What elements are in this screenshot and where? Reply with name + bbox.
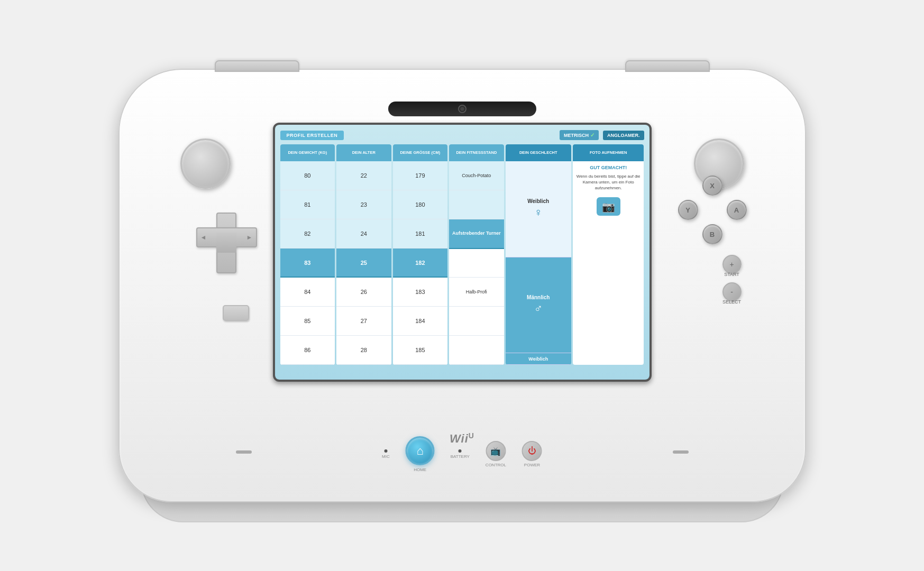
height-column: DEINE GRÖSSE (CM) 179 180 181 182 183 18… — [393, 144, 448, 365]
home-label: HOME — [414, 467, 426, 472]
mic-area: MIC — [382, 449, 390, 459]
battery-dot — [459, 449, 462, 453]
weight-cell-84[interactable]: 84 — [280, 278, 335, 307]
left-analog-stick[interactable] — [180, 139, 231, 189]
start-label: START — [724, 272, 739, 277]
age-cell-27[interactable]: 27 — [336, 307, 391, 336]
b-button[interactable]: B — [702, 224, 722, 244]
height-cell-184[interactable]: 184 — [393, 307, 448, 336]
weight-cell-80[interactable]: 80 — [280, 161, 335, 190]
bottom-bar: MIC ⌂ HOME BATTERY 📺 CONTROL ⏻ POWER — [382, 436, 542, 472]
home-button[interactable]: ⌂ — [406, 436, 435, 465]
select-label: SELECT — [722, 299, 741, 305]
checkmark-icon: ✓ — [590, 132, 594, 138]
photo-header: FOTO AUFNEHMEN — [573, 144, 644, 161]
screen-content: PROFIL ERSTELLEN METRISCH ✓ ANGLOAMER. D… — [275, 125, 649, 380]
speaker-right — [673, 450, 689, 454]
photo-column: FOTO AUFNEHMEN GUT GEMACHT! Wenn du bere… — [573, 144, 644, 365]
gender-female-symbol: ♀ — [534, 206, 543, 219]
tab-angloamer[interactable]: ANGLOAMER. — [603, 131, 644, 140]
fitness-cell-empty2[interactable] — [449, 249, 504, 278]
weight-cell-83[interactable]: 83 — [280, 248, 335, 278]
gender-column: DEIN GESCHLECHT Weiblich ♀ Männlich ♂ We… — [506, 144, 571, 365]
gender-header: DEIN GESCHLECHT — [506, 144, 571, 161]
fitness-header: DEIN FITNESSSTAND — [449, 144, 504, 161]
weight-cell-85[interactable]: 85 — [280, 307, 335, 336]
height-cell-179[interactable]: 179 — [393, 161, 448, 190]
minus-button[interactable] — [223, 305, 249, 321]
age-column: DEIN ALTER 22 23 24 25 26 27 28 — [336, 144, 391, 365]
gamepad-controller: PROFIL ERSTELLEN METRISCH ✓ ANGLOAMER. D… — [118, 69, 806, 502]
fitness-cell-empty3[interactable] — [449, 307, 504, 336]
gender-maennlich[interactable]: Männlich ♂ — [506, 257, 571, 354]
fitness-body: Couch-Potato Aufstrebender Turner Halb-P… — [449, 161, 504, 365]
photo-description: Wenn du bereits bist, tippe auf die Kame… — [576, 173, 641, 191]
power-button[interactable]: ⏻ — [522, 441, 542, 461]
x-button[interactable]: X — [702, 176, 722, 196]
weight-cell-86[interactable]: 86 — [280, 336, 335, 365]
power-label: POWER — [524, 463, 540, 467]
camera-icon[interactable]: 📷 — [597, 197, 620, 216]
battery-label: BATTERY — [451, 454, 470, 459]
fitness-cell-profi[interactable]: Halb-Profi — [449, 278, 504, 307]
y-button[interactable]: Y — [678, 200, 698, 220]
gender-male-symbol: ♂ — [534, 302, 543, 316]
start-button[interactable]: + — [722, 255, 742, 274]
select-button[interactable]: - — [722, 282, 742, 301]
tab-profil-erstellen[interactable]: PROFIL ERSTELLEN — [280, 131, 344, 140]
height-cell-185[interactable]: 185 — [393, 336, 448, 365]
gender-section: Weiblich ♀ Männlich ♂ Weiblich — [506, 161, 571, 365]
height-cell-182[interactable]: 182 — [393, 248, 448, 278]
battery-area: BATTERY — [451, 449, 470, 459]
gender-weiblich-label: Weiblich — [527, 198, 549, 204]
age-cell-24[interactable]: 24 — [336, 219, 391, 248]
home-button-area: ⌂ HOME — [406, 436, 435, 472]
fitness-cell-couch[interactable]: Couch-Potato — [449, 161, 504, 190]
height-cell-180[interactable]: 180 — [393, 190, 448, 219]
power-area: ⏻ POWER — [522, 441, 542, 467]
photo-content: GUT GEMACHT! Wenn du bereits bist, tippe… — [573, 161, 644, 219]
select-group: - SELECT — [722, 282, 742, 305]
control-area: 📺 CONTROL — [486, 441, 506, 467]
age-cell-25[interactable]: 25 — [336, 248, 391, 278]
camera-icon-area[interactable]: 📷 — [576, 197, 641, 216]
fitness-cell-empty4[interactable] — [449, 336, 504, 365]
age-cell-28[interactable]: 28 — [336, 336, 391, 365]
mic-dot — [384, 449, 387, 453]
camera-lens — [458, 105, 466, 113]
data-grid: DEIN GEWICHT (KG) 80 81 82 83 84 85 86 D… — [280, 144, 644, 365]
weight-cell-82[interactable]: 82 — [280, 219, 335, 248]
abxy-button-group: X Y A B — [678, 176, 747, 244]
height-body: 179 180 181 182 183 184 185 — [393, 161, 448, 365]
home-icon: ⌂ — [417, 444, 424, 458]
gender-bottom-label: Weiblich — [506, 353, 571, 365]
a-button[interactable]: A — [727, 200, 747, 220]
fitness-column: DEIN FITNESSSTAND Couch-Potato Aufstrebe… — [449, 144, 504, 365]
height-header: DEINE GRÖSSE (CM) — [393, 144, 448, 161]
weight-cell-81[interactable]: 81 — [280, 190, 335, 219]
weight-body: 80 81 82 83 84 85 86 — [280, 161, 335, 365]
speaker-left — [236, 450, 252, 454]
gamepad-screen: PROFIL ERSTELLEN METRISCH ✓ ANGLOAMER. D… — [273, 123, 652, 382]
gender-weiblich[interactable]: Weiblich ♀ — [506, 161, 571, 257]
height-cell-181[interactable]: 181 — [393, 219, 448, 248]
dpad-center — [216, 233, 236, 253]
fitness-cell-empty1[interactable] — [449, 190, 504, 219]
age-cell-23[interactable]: 23 — [336, 190, 391, 219]
camera-bar — [388, 102, 536, 116]
shoulder-button-right[interactable] — [625, 60, 710, 72]
weight-column: DEIN GEWICHT (KG) 80 81 82 83 84 85 86 — [280, 144, 335, 365]
age-header: DEIN ALTER — [336, 144, 391, 161]
age-cell-26[interactable]: 26 — [336, 278, 391, 307]
tab-metrisch[interactable]: METRISCH ✓ — [560, 130, 599, 140]
age-body: 22 23 24 25 26 27 28 — [336, 161, 391, 365]
shoulder-button-left[interactable] — [215, 60, 299, 72]
start-select-group: + START - SELECT — [722, 255, 742, 305]
age-cell-22[interactable]: 22 — [336, 161, 391, 190]
control-label: CONTROL — [486, 463, 506, 467]
gut-gemacht-label: GUT GEMACHT! — [576, 164, 641, 171]
fitness-cell-turner[interactable]: Aufstrebender Turner — [449, 219, 504, 249]
height-cell-183[interactable]: 183 — [393, 278, 448, 307]
start-group: + START — [722, 255, 742, 277]
control-button[interactable]: 📺 — [486, 441, 506, 461]
